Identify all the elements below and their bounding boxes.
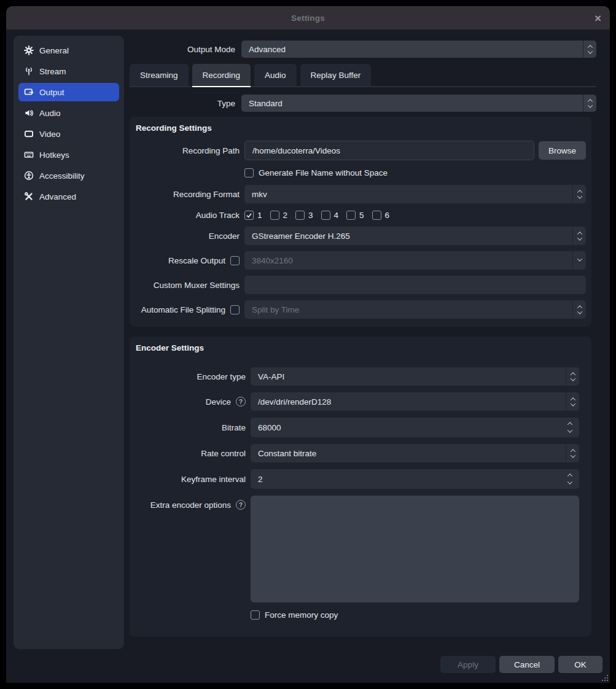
spinner-icon[interactable] xyxy=(566,392,579,411)
tab-recording[interactable]: Recording xyxy=(192,64,251,86)
tab-bar: StreamingRecordingAudioReplay Buffer xyxy=(130,64,596,87)
spinner-icon[interactable] xyxy=(572,185,586,203)
generate-no-space-checkbox[interactable] xyxy=(244,168,254,177)
audio-track-checkboxes: 123456 xyxy=(244,211,397,220)
spinner-icon[interactable] xyxy=(566,367,579,386)
recording-settings-panel: Recording Settings Recording Path Browse xyxy=(130,117,591,327)
sidebar-item-accessibility[interactable]: Accessibility xyxy=(18,166,119,185)
audio-track-row: Audio Track 123456 xyxy=(136,211,586,220)
tab-label: Audio xyxy=(265,71,286,80)
tab-audio[interactable]: Audio xyxy=(254,64,297,86)
encoder-row: Encoder GStreamer Encoder H.265 xyxy=(136,227,586,245)
keyframe-interval-row: Keyframe interval 2 xyxy=(136,469,579,489)
sidebar-item-label: Video xyxy=(39,130,60,139)
spinner-icon[interactable] xyxy=(568,418,572,437)
audio-track-checkbox-6[interactable] xyxy=(372,211,381,220)
accessibility-icon xyxy=(24,171,34,181)
broadcast-icon xyxy=(24,66,34,76)
audio-track-number: 5 xyxy=(359,211,364,220)
apply-button[interactable]: Apply xyxy=(440,656,496,673)
recording-path-row: Recording Path Browse xyxy=(136,141,586,160)
settings-window: Settings × GeneralStreamOutputAudioVideo… xyxy=(6,6,610,683)
rate-control-label: Rate control xyxy=(201,449,246,458)
sidebar-item-video[interactable]: Video xyxy=(18,125,119,143)
generate-no-space-row: Generate File Name without Space xyxy=(136,168,586,177)
tools-icon xyxy=(24,192,34,201)
encoder-select[interactable]: GStreamer Encoder H.265 xyxy=(244,227,586,245)
audio-track-checkbox-2[interactable] xyxy=(270,211,279,220)
audio-track-checkbox-1[interactable] xyxy=(244,211,254,220)
ok-button[interactable]: OK xyxy=(558,656,602,673)
sidebar-item-audio[interactable]: Audio xyxy=(18,104,119,122)
tab-label: Replay Buffer xyxy=(311,71,361,80)
sidebar-item-output[interactable]: Output xyxy=(18,83,119,101)
titlebar[interactable]: Settings × xyxy=(6,6,610,29)
rescale-output-row: Rescale Output 3840x2160 xyxy=(136,251,586,270)
help-icon[interactable]: ? xyxy=(236,397,246,407)
spinner-icon[interactable] xyxy=(583,95,596,112)
type-select[interactable]: Standard xyxy=(241,95,596,112)
generate-no-space-checkbox-row[interactable]: Generate File Name without Space xyxy=(244,168,388,177)
audio-track-checkbox-3[interactable] xyxy=(295,211,305,220)
tab-replay-buffer[interactable]: Replay Buffer xyxy=(300,64,372,86)
rate-control-row: Rate control Constant bitrate xyxy=(136,444,579,462)
rescale-output-checkbox[interactable] xyxy=(230,256,240,265)
sidebar-item-label: Hotkeys xyxy=(39,150,69,160)
encoder-type-select[interactable]: VA-API xyxy=(251,367,579,386)
spinner-icon[interactable] xyxy=(568,469,572,489)
audio-track-6[interactable]: 6 xyxy=(372,211,390,220)
custom-muxer-label: Custom Muxer Settings xyxy=(154,281,240,290)
spinner-icon[interactable] xyxy=(566,444,579,462)
custom-muxer-row: Custom Muxer Settings xyxy=(136,276,586,294)
output-mode-row: Output Mode Advanced xyxy=(130,41,596,58)
bitrate-spinbox[interactable]: 68000 xyxy=(251,418,579,437)
spinner-icon[interactable] xyxy=(583,41,596,58)
sidebar-item-hotkeys[interactable]: Hotkeys xyxy=(18,146,119,164)
device-label: Device xyxy=(206,397,231,407)
keyframe-interval-spinbox[interactable]: 2 xyxy=(251,469,579,489)
gear-icon xyxy=(24,45,34,55)
encoder-settings-panel: Encoder Settings Encoder type VA-API Dev… xyxy=(130,337,591,637)
generate-no-space-label: Generate File Name without Space xyxy=(259,168,388,177)
audio-track-1[interactable]: 1 xyxy=(244,211,262,220)
audio-track-number: 3 xyxy=(308,211,313,220)
audio-track-3[interactable]: 3 xyxy=(295,211,313,220)
audio-track-2[interactable]: 2 xyxy=(270,211,288,220)
sidebar-item-general[interactable]: General xyxy=(18,41,119,60)
resize-grip-icon[interactable] xyxy=(601,674,608,681)
force-memory-copy-checkbox[interactable] xyxy=(251,610,260,620)
device-select[interactable]: /dev/dri/renderD128 xyxy=(251,392,579,411)
close-icon[interactable]: × xyxy=(595,12,601,24)
output-mode-select[interactable]: Advanced xyxy=(241,41,596,58)
sidebar-item-label: General xyxy=(39,46,69,55)
custom-muxer-input[interactable] xyxy=(244,276,586,294)
audio-track-5[interactable]: 5 xyxy=(346,211,364,220)
audio-track-4[interactable]: 4 xyxy=(321,211,339,220)
audio-track-checkbox-4[interactable] xyxy=(321,211,330,220)
speaker-icon xyxy=(24,108,34,118)
sidebar-item-label: Accessibility xyxy=(39,171,85,181)
force-memory-copy-checkbox-row[interactable]: Force memory copy xyxy=(251,610,338,620)
monitor-icon xyxy=(24,129,34,139)
help-icon[interactable]: ? xyxy=(236,500,246,510)
sidebar-item-label: Stream xyxy=(39,67,66,76)
encoder-type-row: Encoder type VA-API xyxy=(136,367,579,386)
sidebar-item-stream[interactable]: Stream xyxy=(18,62,119,80)
auto-split-checkbox[interactable] xyxy=(230,305,240,314)
audio-track-checkbox-5[interactable] xyxy=(346,211,356,220)
recording-path-label: Recording Path xyxy=(182,146,240,155)
recording-format-row: Recording Format mkv xyxy=(136,185,586,203)
tab-label: Streaming xyxy=(140,71,178,80)
recording-format-select[interactable]: mkv xyxy=(244,185,586,203)
sidebar-item-advanced[interactable]: Advanced xyxy=(18,187,119,206)
spinner-icon[interactable] xyxy=(572,227,586,245)
rate-control-select[interactable]: Constant bitrate xyxy=(251,444,579,462)
recording-path-input[interactable] xyxy=(244,141,534,160)
extra-options-row: Extra encoder options ? xyxy=(136,496,579,602)
browse-button[interactable]: Browse xyxy=(539,141,586,160)
rescale-output-label: Rescale Output xyxy=(168,256,225,265)
cancel-button[interactable]: Cancel xyxy=(499,656,555,673)
tab-streaming[interactable]: Streaming xyxy=(130,64,189,86)
extra-options-textarea[interactable] xyxy=(251,496,579,602)
force-memory-copy-row: Force memory copy xyxy=(136,610,579,620)
